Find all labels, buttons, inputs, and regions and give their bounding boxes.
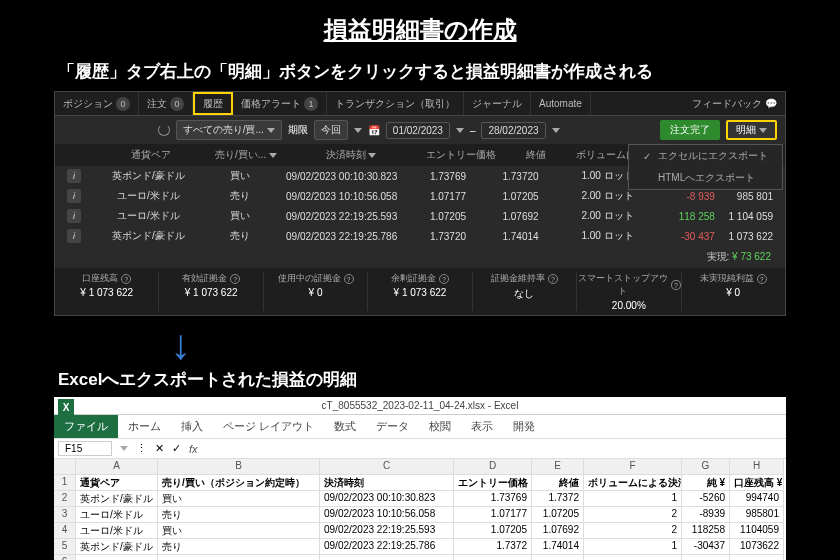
table-row[interactable]: i 英ポンド/豪ドル売り09/02/2023 22:19:25.786 1.73… bbox=[55, 226, 785, 246]
info-icon[interactable]: i bbox=[67, 209, 81, 223]
info-icon[interactable]: i bbox=[67, 189, 81, 203]
excel-logo-icon: X bbox=[58, 399, 74, 415]
date-to[interactable]: 28/02/2023 bbox=[481, 122, 545, 139]
cell-reference[interactable]: F15 bbox=[58, 441, 112, 456]
order-done-button[interactable]: 注文完了 bbox=[660, 120, 720, 140]
fx-icon[interactable]: fx bbox=[189, 443, 198, 455]
footer-cell: 証拠金維持率 ?なし bbox=[473, 272, 577, 311]
tab-price-alert[interactable]: 価格アラート1 bbox=[233, 92, 327, 115]
ribbon-insert[interactable]: 挿入 bbox=[171, 415, 213, 438]
table-header: 通貨ペア 売り/買い... 決済時刻 エントリー価格 終値 ボリュームによる決済… bbox=[55, 144, 785, 166]
trading-app: ポジション0 注文0 履歴 価格アラート1 トランザクション（取引） ジャーナル… bbox=[54, 91, 786, 316]
footer-cell: スマートストップアウト ?20.00% bbox=[577, 272, 681, 311]
help-icon[interactable]: ? bbox=[671, 280, 680, 290]
ribbon-layout[interactable]: ページ レイアウト bbox=[213, 415, 324, 438]
ribbon-data[interactable]: データ bbox=[366, 415, 419, 438]
date-from[interactable]: 01/02/2023 bbox=[386, 122, 450, 139]
realized-pl: 実現: ¥ 73 622 bbox=[55, 246, 785, 268]
app-tabs: ポジション0 注文0 履歴 価格アラート1 トランザクション（取引） ジャーナル… bbox=[55, 92, 785, 116]
ribbon-home[interactable]: ホーム bbox=[118, 415, 171, 438]
help-icon[interactable]: ? bbox=[121, 274, 131, 284]
tab-journal[interactable]: ジャーナル bbox=[464, 92, 531, 115]
comment-icon: 💬 bbox=[765, 98, 777, 109]
excel-titlebar: X cT_8055532_2023-02-11_04-24.xlsx - Exc… bbox=[54, 397, 786, 415]
footer-cell: 口座残高 ?¥ 1 073 622 bbox=[55, 272, 159, 311]
arrow-down-icon: ↓ bbox=[0, 316, 840, 368]
info-icon[interactable]: i bbox=[67, 229, 81, 243]
tab-transactions[interactable]: トランザクション（取引） bbox=[327, 92, 464, 115]
details-button[interactable]: 明細 bbox=[726, 120, 777, 140]
calendar-icon[interactable]: 📅 bbox=[368, 125, 380, 136]
menu-export-excel[interactable]: ✓エクセルにエクスポート bbox=[633, 145, 778, 167]
formula-bar: F15 ⋮ ✕✓ fx bbox=[54, 439, 786, 459]
footer-cell: 有効証拠金 ?¥ 1 073 622 bbox=[159, 272, 263, 311]
tab-automate[interactable]: Automate bbox=[531, 92, 591, 115]
help-icon[interactable]: ? bbox=[548, 274, 558, 284]
refresh-icon[interactable] bbox=[158, 124, 170, 136]
subtitle: 「履歴」タブ右上の「明細」ボタンをクリックすると損益明細書が作成される bbox=[0, 56, 840, 91]
tab-orders[interactable]: 注文0 bbox=[139, 92, 193, 115]
ribbon-review[interactable]: 校閲 bbox=[419, 415, 461, 438]
footer-cell: 使用中の証拠金 ?¥ 0 bbox=[264, 272, 368, 311]
account-footer: 口座残高 ?¥ 1 073 622有効証拠金 ?¥ 1 073 622使用中の証… bbox=[55, 268, 785, 315]
filter-bar: すべての売り/買... 期限 今回 📅 01/02/2023 – 28/02/2… bbox=[55, 116, 785, 144]
ribbon-view[interactable]: 表示 bbox=[461, 415, 503, 438]
excel-window: X cT_8055532_2023-02-11_04-24.xlsx - Exc… bbox=[54, 397, 786, 560]
period-label: 期限 bbox=[288, 123, 308, 137]
filter-buysell[interactable]: すべての売り/買... bbox=[176, 120, 282, 140]
excel-section-title: Excelへエクスポートされた損益の明細 bbox=[0, 368, 840, 397]
tab-position[interactable]: ポジション0 bbox=[55, 92, 139, 115]
ribbon-dev[interactable]: 開発 bbox=[503, 415, 545, 438]
filter-period[interactable]: 今回 bbox=[314, 120, 348, 140]
help-icon[interactable]: ? bbox=[439, 274, 449, 284]
footer-cell: 未実現純利益 ?¥ 0 bbox=[682, 272, 785, 311]
spreadsheet[interactable]: ABCDEFGH1通貨ペア売り/買い（ポジション約定時）決済時刻エントリー価格終… bbox=[54, 459, 786, 560]
tab-history[interactable]: 履歴 bbox=[193, 92, 233, 115]
info-icon[interactable]: i bbox=[67, 169, 81, 183]
help-icon[interactable]: ? bbox=[757, 274, 767, 284]
menu-export-html[interactable]: HTMLへエクスポート bbox=[633, 167, 778, 189]
col-pair[interactable]: 通貨ペア bbox=[91, 148, 211, 162]
table-row[interactable]: i ユーロ/米ドル買い09/02/2023 22:19:25.593 1.072… bbox=[55, 206, 785, 226]
chevron-down-icon[interactable] bbox=[354, 128, 362, 133]
export-menu: ✓エクセルにエクスポート HTMLへエクスポート bbox=[628, 144, 783, 190]
feedback-link[interactable]: フィードバック💬 bbox=[684, 93, 785, 115]
footer-cell: 余剰証拠金 ?¥ 1 073 622 bbox=[368, 272, 472, 311]
ribbon-file[interactable]: ファイル bbox=[54, 415, 118, 438]
help-icon[interactable]: ? bbox=[344, 274, 354, 284]
excel-ribbon: ファイル ホーム 挿入 ページ レイアウト 数式 データ 校閲 表示 開発 bbox=[54, 415, 786, 439]
ribbon-formula[interactable]: 数式 bbox=[324, 415, 366, 438]
page-title: 損益明細書の作成 bbox=[0, 0, 840, 56]
help-icon[interactable]: ? bbox=[230, 274, 240, 284]
